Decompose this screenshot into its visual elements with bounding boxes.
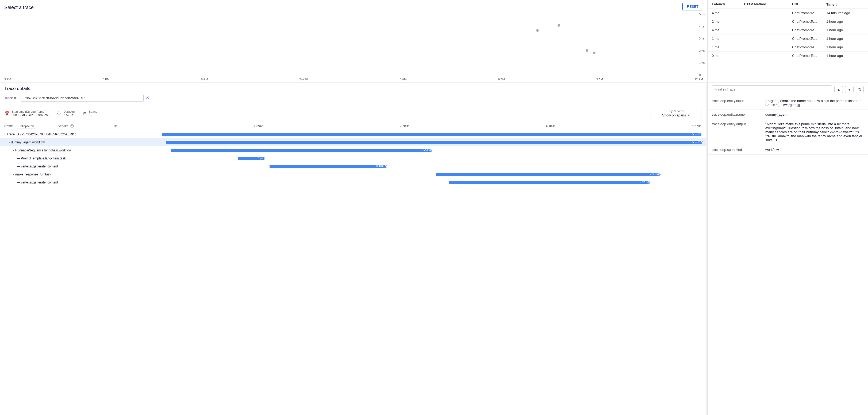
chart-dot[interactable] (586, 49, 588, 52)
span-name: RunnableSequence.langchain.workflow (15, 148, 71, 152)
col-time: Time ↓ (826, 2, 864, 6)
detail-key: traceloop.entity.output (712, 122, 765, 142)
trace-meta: 📅 Start time (Europe/Rome) Jun 12 at 7:4… (0, 105, 706, 122)
table-row[interactable]: 4 ms ChatPromptTe... 14 minutes ago (708, 9, 868, 18)
traces-table: Latency HTTP Method URL Time ↓ 4 ms Chat… (708, 0, 868, 82)
trace-id-input[interactable] (21, 94, 144, 102)
chart-x-axis: 3 PM 6 PM 9 PM Tue 02 3 AM 6 AM 9 AM 12 … (0, 77, 707, 82)
page-title: Select a trace (0, 3, 707, 12)
service-help-icon: ? (70, 124, 74, 128)
clock-icon: ⏱ (57, 111, 61, 116)
span-dot (385, 165, 387, 167)
find-in-trace-bar: ▲ ▼ ⇅ (708, 83, 868, 96)
span-bar-container: 70μs (175, 156, 702, 161)
span-bar: 5.578s (166, 141, 702, 144)
span-name: Trace ID 79573c42d7678356dc05673b25a8791… (7, 133, 76, 136)
span-bar-container: 5.578s (166, 140, 702, 145)
trace-id-label: Trace ID: (4, 96, 19, 100)
detail-key: traceloop.entity.input (712, 99, 765, 107)
col-url: URL (792, 2, 826, 6)
table-row[interactable]: 2 ms ChatPromptTe... 1 hour ago (708, 18, 868, 26)
detail-row: traceloop.entity.output "Alright, let's … (708, 119, 868, 145)
span-name: PromptTemplate.langchain.task (21, 157, 65, 160)
service-col-label: Service (58, 124, 68, 128)
span-bar: 70μs (238, 157, 264, 160)
span-bar: 2.358s (436, 173, 659, 176)
duration-meta: ⏱ Duration 5.578s (57, 110, 74, 117)
spans-column-header: Name Collapse all Service ? 0s 1.394s 2.… (0, 122, 706, 130)
spans-icon: ⊞ (83, 111, 87, 116)
col-http-method: HTTP Method (744, 2, 792, 6)
expand-icon[interactable]: ▾ (8, 141, 10, 144)
trace-header: Trace details Trace ID: ✕ (0, 83, 706, 105)
detail-row: traceloop.entity.input {"args": ["What's… (708, 96, 868, 110)
span-bar-container: 2.751s (170, 148, 702, 153)
span-bar: 2.125s (449, 181, 649, 184)
chart-dot[interactable] (593, 51, 595, 54)
span-name: vertexai.generate_content (21, 165, 58, 168)
spans-list: ▾ Trace ID 79573c42d7678356dc05673b25a87… (0, 130, 706, 415)
span-bar-container: 5.578s (162, 132, 702, 137)
calendar-icon: 📅 (4, 111, 10, 116)
time-markers: 0s 1.394s 2.789s 4.183s 5.578s (114, 124, 702, 128)
span-bar-container: 2.125s (175, 180, 702, 185)
find-prev-button[interactable]: ▲ (834, 86, 843, 93)
chart-y-axis: 5ms 4ms 3ms 2ms 1ms 0 (699, 12, 705, 77)
detail-key: traceloop.span.kind (712, 148, 765, 152)
expand-icon[interactable]: ▾ (13, 173, 14, 176)
span-row[interactable]: ▾ dummy_agent.workflow 5.578s (0, 138, 706, 146)
span-bar: 2.751s (170, 149, 431, 152)
expand-icon[interactable]: ▾ (4, 133, 6, 136)
table-row[interactable]: 4 ms ChatPromptTe... 1 hour ago (708, 26, 868, 34)
col-latency: Latency (712, 2, 744, 6)
span-dot (701, 141, 703, 143)
detail-value: dummy_agent (765, 112, 864, 116)
span-dot (430, 149, 432, 151)
chart-dot[interactable] (558, 24, 560, 27)
span-dot (658, 173, 660, 175)
details-rows: traceloop.entity.input {"args": ["What's… (708, 96, 868, 415)
spans-meta: ⊞ Spans 6 (83, 110, 97, 117)
find-next-button[interactable]: ▼ (845, 86, 854, 93)
detail-key: traceloop.entity.name (712, 112, 765, 116)
start-time-meta: 📅 Start time (Europe/Rome) Jun 12 at 7:4… (4, 110, 49, 117)
detail-row: traceloop.span.kind workflow (708, 145, 868, 154)
details-panel: ▲ ▼ ⇅ traceloop.entity.input {"args": ["… (708, 83, 868, 415)
span-dot (648, 181, 650, 183)
span-name: make_response_fun.task (15, 173, 51, 176)
name-col-label: Name (4, 124, 13, 128)
scatter-chart: 5ms 4ms 3ms 2ms 1ms 0 (0, 12, 707, 77)
detail-value: workflow (765, 148, 864, 152)
detail-value: "Alright, let's make this prime minister… (765, 122, 864, 142)
span-row[interactable]: ▾ RunnableSequence.langchain.workflow 2.… (0, 146, 706, 154)
span-row[interactable]: — vertexai.generate_content 2.125s (0, 178, 706, 186)
expand-icon[interactable]: ▾ (13, 149, 14, 152)
table-row[interactable]: 1 ms ChatPromptTe... 1 hour ago (708, 43, 868, 51)
table-rows: 4 ms ChatPromptTe... 14 minutes ago 2 ms… (708, 9, 868, 82)
logs-label: Logs & events (668, 110, 684, 113)
table-header: Latency HTTP Method URL Time ↓ (708, 0, 868, 9)
find-in-trace-input[interactable] (712, 85, 832, 93)
span-row[interactable]: — vertexai.generate_content 0.484s (0, 162, 706, 170)
detail-value: {"args": ["What's the name and how old i… (765, 99, 864, 107)
span-bar: 5.578s (162, 133, 702, 136)
trace-details-title: Trace details (4, 86, 702, 91)
chevron-down-icon: ▾ (688, 113, 690, 117)
detail-row: traceloop.entity.name dummy_agent (708, 110, 868, 119)
table-row[interactable]: 1 ms ChatPromptTe... 1 hour ago (708, 34, 868, 43)
span-name: dummy_agent.workflow (11, 140, 45, 144)
span-bar: 0.484s (270, 165, 385, 168)
span-bar-container: 0.484s (175, 164, 702, 169)
span-name: vertexai.generate_content (21, 180, 58, 184)
span-row[interactable]: ▾ make_response_fun.task 2.358s (0, 170, 706, 178)
reset-button[interactable]: RESET (682, 3, 703, 10)
logs-events-dropdown[interactable]: Logs & events Show on spans ▾ (651, 108, 702, 119)
collapse-all-button[interactable]: Collapse all (16, 124, 36, 129)
clear-trace-id-button[interactable]: ✕ (146, 95, 149, 100)
find-expand-button[interactable]: ⇅ (856, 86, 864, 93)
span-row[interactable]: — PromptTemplate.langchain.task 70μs (0, 154, 706, 162)
chart-dot[interactable] (536, 29, 539, 32)
logs-option: Show on spans (662, 113, 686, 117)
table-row[interactable]: 0 ms ChatPromptTe... 1 hour ago (708, 51, 868, 60)
span-row[interactable]: ▾ Trace ID 79573c42d7678356dc05673b25a87… (0, 130, 706, 138)
